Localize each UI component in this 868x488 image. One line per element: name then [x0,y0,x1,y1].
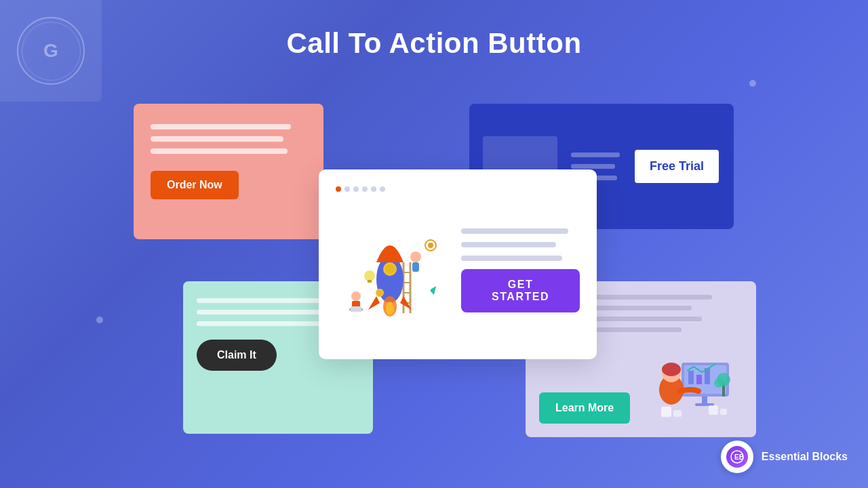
person-illustration [641,342,743,424]
decorative-dot-1 [749,80,756,87]
svg-rect-15 [696,375,702,384]
svg-point-9 [714,378,724,388]
person-at-desk-svg [641,342,743,424]
branding-area: EB Essential Blocks [721,441,848,473]
center-card-content: GET STARTED [336,199,580,342]
brand-icon: EB [721,441,753,473]
card-pink: Order Now [134,104,323,239]
page-title: Call To Action Button [0,0,868,60]
get-started-button[interactable]: GET STARTED [461,269,580,312]
mint-line-2 [197,310,327,314]
pink-line-3 [151,148,288,154]
svg-rect-13 [720,409,727,415]
svg-rect-14 [688,371,694,384]
svg-rect-39 [351,306,361,312]
svg-point-36 [351,291,361,301]
pink-line-1 [151,124,291,129]
svg-point-6 [662,363,681,376]
svg-rect-12 [709,405,718,415]
svg-rect-10 [661,407,671,417]
brand-icon-inner: EB [726,446,748,468]
blue-line-1 [571,152,620,157]
claim-it-button[interactable]: Claim It [197,340,277,371]
center-dot-gray2 [353,186,359,192]
rocket-svg [336,208,458,330]
rocket-illustration [336,208,451,333]
svg-rect-33 [368,280,372,283]
svg-rect-11 [673,410,682,417]
svg-point-31 [428,243,433,248]
pink-line-2 [151,136,283,142]
svg-point-32 [364,270,375,281]
brand-name: Essential Blocks [762,451,848,463]
center-dot-orange [336,186,341,192]
center-line-2 [461,242,556,247]
svg-rect-29 [412,262,419,272]
center-dot-gray5 [380,186,385,192]
center-dot-gray3 [362,186,368,192]
order-now-button[interactable]: Order Now [151,171,239,199]
center-line-3 [461,256,562,261]
brand-logo-svg: EB [730,450,744,464]
center-line-1 [461,228,568,234]
center-dot-gray1 [344,186,350,192]
learn-more-button[interactable]: Learn More [539,392,630,424]
free-trial-button[interactable]: Free Trial [633,148,720,184]
blue-line-2 [571,164,615,169]
svg-point-28 [410,251,421,262]
card-center: GET STARTED [319,169,597,359]
svg-point-35 [377,290,382,296]
center-dot-gray4 [371,186,376,192]
center-card-right: GET STARTED [461,228,580,312]
mint-line-3 [197,321,335,326]
center-top-bar [336,186,580,192]
decorative-dot-2 [96,317,103,323]
svg-point-27 [386,302,394,315]
pink-card-lines [151,124,307,154]
svg-point-25 [385,264,395,274]
svg-text:EB: EB [734,453,744,461]
